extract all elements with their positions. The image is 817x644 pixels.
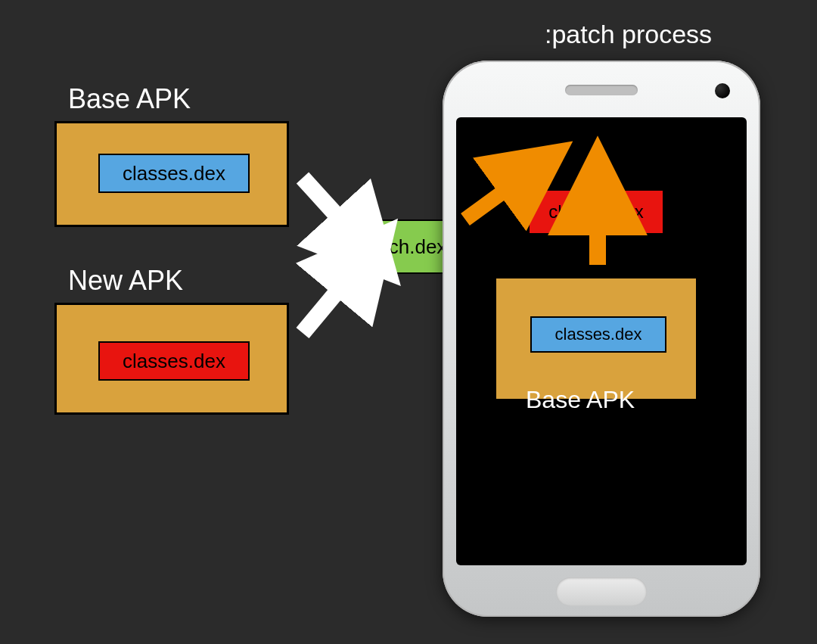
phone-camera-icon [715,83,730,98]
arrow-base-to-patch-icon [303,178,340,219]
new-apk-box: classes.dex [54,303,289,415]
title-patch-process: :patch process [545,20,712,49]
label-base-apk: Base APK [68,83,191,115]
phone-speaker [565,85,638,95]
arrow-new-to-patch-icon [303,288,340,333]
base-apk-classes-dex: classes.dex [98,154,250,193]
phone-base-apk-label: Base APK [526,386,635,414]
base-apk-box: classes.dex [54,121,289,227]
label-new-apk: New APK [68,265,183,297]
phone-screen: classes.dex classes.dex [456,117,747,565]
patched-classes-dex: classes.dex [528,189,664,235]
phone-home-button [556,577,647,606]
phone-device: classes.dex classes.dex [443,61,760,617]
phone-base-apk-classes-dex: classes.dex [530,316,666,353]
new-apk-classes-dex: classes.dex [98,341,250,381]
phone-base-apk-box: classes.dex [494,276,698,401]
diagram-canvas: :patch process Base APK New APK classes.… [0,0,817,644]
